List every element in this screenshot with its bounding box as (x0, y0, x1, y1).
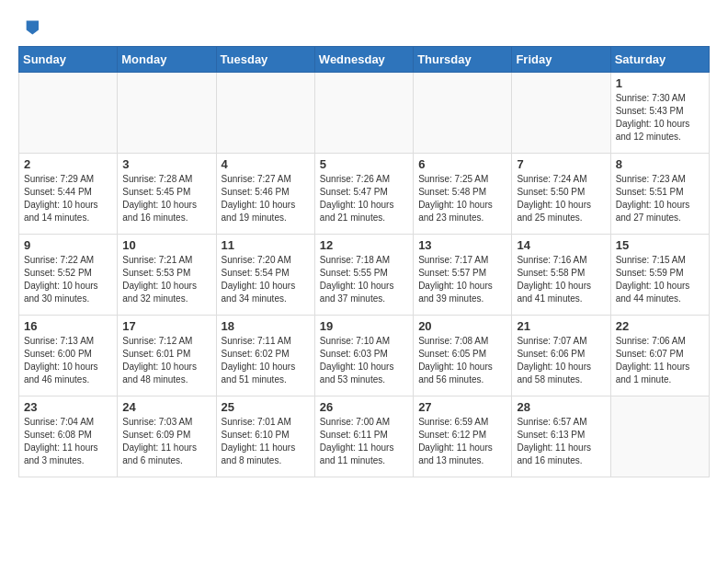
day-number: 28 (517, 400, 605, 414)
calendar-day-cell: 8Sunrise: 7:23 AM Sunset: 5:51 PM Daylig… (610, 154, 709, 235)
day-number: 7 (517, 157, 605, 171)
day-info: Sunrise: 7:28 AM Sunset: 5:45 PM Dayligh… (122, 173, 210, 224)
day-info: Sunrise: 7:03 AM Sunset: 6:09 PM Dayligh… (122, 416, 210, 467)
day-number: 21 (517, 319, 605, 333)
day-info: Sunrise: 7:15 AM Sunset: 5:59 PM Dayligh… (616, 254, 704, 305)
calendar-day-cell (414, 73, 512, 154)
day-number: 17 (122, 319, 210, 333)
col-header-wednesday: Wednesday (314, 47, 413, 73)
calendar-day-cell: 12Sunrise: 7:18 AM Sunset: 5:55 PM Dayli… (314, 235, 413, 316)
calendar-day-cell: 25Sunrise: 7:01 AM Sunset: 6:10 PM Dayli… (216, 396, 314, 477)
calendar-day-cell: 3Sunrise: 7:28 AM Sunset: 5:45 PM Daylig… (118, 154, 216, 235)
calendar-day-cell (118, 73, 216, 154)
day-info: Sunrise: 7:07 AM Sunset: 6:06 PM Dayligh… (517, 335, 605, 386)
day-number: 27 (418, 400, 506, 414)
day-number: 13 (418, 238, 506, 252)
calendar-day-cell: 27Sunrise: 6:59 AM Sunset: 6:12 PM Dayli… (414, 396, 512, 477)
calendar-table: SundayMondayTuesdayWednesdayThursdayFrid… (18, 46, 710, 477)
day-number: 15 (616, 238, 704, 252)
day-info: Sunrise: 7:13 AM Sunset: 6:00 PM Dayligh… (24, 335, 112, 386)
calendar-day-cell: 1Sunrise: 7:30 AM Sunset: 5:43 PM Daylig… (610, 73, 709, 154)
day-number: 4 (222, 157, 310, 171)
col-header-tuesday: Tuesday (216, 47, 314, 73)
day-number: 22 (616, 319, 704, 333)
calendar-day-cell: 26Sunrise: 7:00 AM Sunset: 6:11 PM Dayli… (314, 396, 413, 477)
col-header-sunday: Sunday (19, 47, 118, 73)
calendar-day-cell (314, 73, 413, 154)
calendar-day-cell: 17Sunrise: 7:12 AM Sunset: 6:01 PM Dayli… (118, 316, 216, 396)
calendar-day-cell: 7Sunrise: 7:24 AM Sunset: 5:50 PM Daylig… (512, 154, 610, 235)
col-header-friday: Friday (512, 47, 610, 73)
calendar-week-2: 2Sunrise: 7:29 AM Sunset: 5:44 PM Daylig… (19, 154, 710, 235)
col-header-monday: Monday (118, 47, 216, 73)
day-number: 11 (222, 238, 310, 252)
calendar-day-cell: 16Sunrise: 7:13 AM Sunset: 6:00 PM Dayli… (19, 316, 118, 396)
day-info: Sunrise: 7:00 AM Sunset: 6:11 PM Dayligh… (320, 416, 408, 467)
day-number: 25 (222, 400, 310, 414)
day-number: 5 (320, 157, 408, 171)
calendar-day-cell: 13Sunrise: 7:17 AM Sunset: 5:57 PM Dayli… (414, 235, 512, 316)
day-info: Sunrise: 7:24 AM Sunset: 5:50 PM Dayligh… (517, 173, 605, 224)
calendar-week-4: 16Sunrise: 7:13 AM Sunset: 6:00 PM Dayli… (19, 316, 710, 396)
day-number: 3 (122, 157, 210, 171)
calendar-day-cell (216, 73, 314, 154)
day-info: Sunrise: 6:59 AM Sunset: 6:12 PM Dayligh… (418, 416, 506, 467)
day-info: Sunrise: 7:16 AM Sunset: 5:58 PM Dayligh… (517, 254, 605, 305)
calendar-day-cell (610, 396, 709, 477)
day-info: Sunrise: 7:27 AM Sunset: 5:46 PM Dayligh… (222, 173, 310, 224)
day-number: 26 (320, 400, 408, 414)
day-number: 14 (517, 238, 605, 252)
calendar-day-cell: 11Sunrise: 7:20 AM Sunset: 5:54 PM Dayli… (216, 235, 314, 316)
day-info: Sunrise: 7:11 AM Sunset: 6:02 PM Dayligh… (222, 335, 310, 386)
calendar-day-cell: 4Sunrise: 7:27 AM Sunset: 5:46 PM Daylig… (216, 154, 314, 235)
calendar-day-cell: 20Sunrise: 7:08 AM Sunset: 6:05 PM Dayli… (414, 316, 512, 396)
day-info: Sunrise: 7:22 AM Sunset: 5:52 PM Dayligh… (24, 254, 112, 305)
logo-icon (20, 18, 39, 37)
calendar-day-cell: 6Sunrise: 7:25 AM Sunset: 5:48 PM Daylig… (414, 154, 512, 235)
calendar-day-cell: 21Sunrise: 7:07 AM Sunset: 6:06 PM Dayli… (512, 316, 610, 396)
day-number: 23 (24, 400, 112, 414)
day-info: Sunrise: 7:17 AM Sunset: 5:57 PM Dayligh… (418, 254, 506, 305)
calendar-day-cell: 19Sunrise: 7:10 AM Sunset: 6:03 PM Dayli… (314, 316, 413, 396)
day-info: Sunrise: 7:06 AM Sunset: 6:07 PM Dayligh… (616, 335, 704, 386)
day-info: Sunrise: 7:18 AM Sunset: 5:55 PM Dayligh… (320, 254, 408, 305)
day-number: 2 (24, 157, 112, 171)
day-info: Sunrise: 7:29 AM Sunset: 5:44 PM Dayligh… (24, 173, 112, 224)
day-info: Sunrise: 7:25 AM Sunset: 5:48 PM Dayligh… (418, 173, 506, 224)
svg-marker-0 (27, 21, 39, 35)
col-header-thursday: Thursday (414, 47, 512, 73)
day-number: 12 (320, 238, 408, 252)
day-number: 18 (222, 319, 310, 333)
calendar-day-cell: 2Sunrise: 7:29 AM Sunset: 5:44 PM Daylig… (19, 154, 118, 235)
day-info: Sunrise: 7:12 AM Sunset: 6:01 PM Dayligh… (122, 335, 210, 386)
calendar-day-cell: 28Sunrise: 6:57 AM Sunset: 6:13 PM Dayli… (512, 396, 610, 477)
calendar-day-cell: 9Sunrise: 7:22 AM Sunset: 5:52 PM Daylig… (19, 235, 118, 316)
day-number: 6 (418, 157, 506, 171)
calendar-day-cell (512, 73, 610, 154)
calendar-day-cell: 10Sunrise: 7:21 AM Sunset: 5:53 PM Dayli… (118, 235, 216, 316)
day-info: Sunrise: 7:01 AM Sunset: 6:10 PM Dayligh… (222, 416, 310, 467)
calendar-week-1: 1Sunrise: 7:30 AM Sunset: 5:43 PM Daylig… (19, 73, 710, 154)
calendar-week-3: 9Sunrise: 7:22 AM Sunset: 5:52 PM Daylig… (19, 235, 710, 316)
day-info: Sunrise: 7:23 AM Sunset: 5:51 PM Dayligh… (616, 173, 704, 224)
day-number: 1 (616, 76, 704, 90)
day-info: Sunrise: 7:30 AM Sunset: 5:43 PM Dayligh… (616, 92, 704, 144)
day-info: Sunrise: 7:21 AM Sunset: 5:53 PM Dayligh… (122, 254, 210, 305)
calendar-day-cell: 5Sunrise: 7:26 AM Sunset: 5:47 PM Daylig… (314, 154, 413, 235)
day-number: 9 (24, 238, 112, 252)
calendar-day-cell: 24Sunrise: 7:03 AM Sunset: 6:09 PM Dayli… (118, 396, 216, 477)
calendar-day-cell: 15Sunrise: 7:15 AM Sunset: 5:59 PM Dayli… (610, 235, 709, 316)
day-number: 20 (418, 319, 506, 333)
day-info: Sunrise: 7:20 AM Sunset: 5:54 PM Dayligh… (222, 254, 310, 305)
calendar-day-cell: 22Sunrise: 7:06 AM Sunset: 6:07 PM Dayli… (610, 316, 709, 396)
page-header (18, 18, 710, 37)
calendar-day-cell (19, 73, 118, 154)
calendar-day-cell: 18Sunrise: 7:11 AM Sunset: 6:02 PM Dayli… (216, 316, 314, 396)
day-info: Sunrise: 7:08 AM Sunset: 6:05 PM Dayligh… (418, 335, 506, 386)
calendar-header-row: SundayMondayTuesdayWednesdayThursdayFrid… (19, 47, 710, 73)
day-number: 19 (320, 319, 408, 333)
col-header-saturday: Saturday (610, 47, 709, 73)
day-info: Sunrise: 7:26 AM Sunset: 5:47 PM Dayligh… (320, 173, 408, 224)
day-number: 10 (122, 238, 210, 252)
day-number: 24 (122, 400, 210, 414)
